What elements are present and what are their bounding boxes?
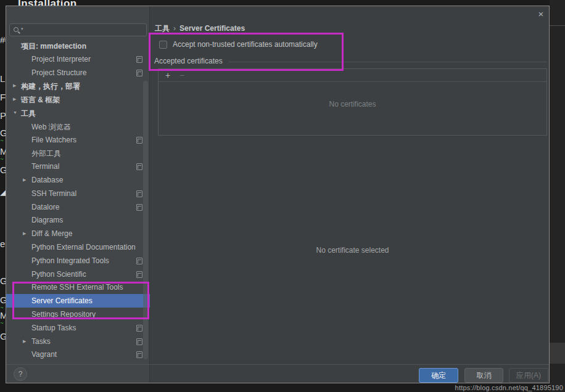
sidebar-item-label: Python Integrated Tools <box>31 256 109 265</box>
sidebar-item-build-execution-deployment[interactable]: ▶构建，执行，部署 <box>6 79 150 92</box>
background-right-block <box>550 343 565 364</box>
shared-settings-icon <box>136 163 142 170</box>
footer-divider <box>6 364 549 365</box>
shared-settings-icon <box>136 351 142 358</box>
chevron-right-icon[interactable]: ▶ <box>23 178 26 182</box>
ok-button[interactable]: 确定 <box>419 368 458 383</box>
sidebar-item-label: Project Interpreter <box>31 55 91 63</box>
sidebar-item-startup-tasks[interactable]: Startup Tasks <box>6 321 150 335</box>
shared-settings-icon <box>136 56 142 63</box>
sidebar-item-python-external-documentation[interactable]: Python External Documentation <box>6 240 150 254</box>
shared-settings-icon <box>136 190 142 197</box>
settings-sidebar: 项目: mmdetectionProject InterpreterProjec… <box>6 6 150 383</box>
sidebar-item-tasks[interactable]: ▶Tasks <box>6 335 150 348</box>
spellcheck-squiggle: ~ <box>0 155 4 165</box>
search-icon <box>14 27 19 32</box>
sidebar-item-ssh-terminal[interactable]: SSH Terminal <box>6 187 150 200</box>
sidebar-item-label: Diagrams <box>31 216 63 224</box>
sidebar-item-python-integrated-tools[interactable]: Python Integrated Tools <box>6 254 150 267</box>
breadcrumb-separator: › <box>170 24 179 33</box>
chevron-down-icon: ▾ <box>21 27 23 31</box>
sidebar-item-database[interactable]: ▶Database <box>6 173 150 187</box>
watermark-url: https://blog.csdn.net/qq_41895190 <box>455 384 563 391</box>
spellcheck-squiggle: ~ <box>0 136 4 146</box>
sidebar-item-label: 语言 & 框架 <box>21 95 60 105</box>
sidebar-item-settings-repository[interactable]: Settings Repository <box>6 308 150 321</box>
chevron-right-icon[interactable]: ▶ <box>23 339 26 344</box>
sidebar-item-label: Tasks <box>31 337 51 346</box>
breadcrumb-page: Server Certificates <box>179 24 245 33</box>
sidebar-item-datalore[interactable]: Datalore <box>6 200 150 214</box>
header-rule <box>229 62 547 62</box>
sidebar-item-project-structure[interactable]: Project Structure <box>6 66 150 80</box>
sidebar-item-label: Terminal <box>31 162 59 171</box>
sidebar-item-python-scientific[interactable]: Python Scientific <box>6 267 150 281</box>
sidebar-item-diagrams[interactable]: Diagrams <box>6 213 150 227</box>
cancel-button[interactable]: 取消 <box>464 368 503 383</box>
remove-certificate-button[interactable]: − <box>179 70 184 80</box>
sidebar-item-label: Project Structure <box>31 68 86 77</box>
spellcheck-squiggle: ~ <box>0 319 4 329</box>
certificates-list-panel: + − No certificates <box>158 68 547 136</box>
sidebar-item-vagrant[interactable]: Vagrant <box>6 348 150 361</box>
breadcrumb: 工具›Server Certificates <box>155 23 245 34</box>
sidebar-item-label: Database <box>31 176 63 184</box>
breadcrumb-section[interactable]: 工具 <box>155 24 170 33</box>
chevron-right-icon[interactable]: ▶ <box>13 97 16 102</box>
shared-settings-icon <box>136 325 142 332</box>
sidebar-item-server-certificates[interactable]: Server Certificates <box>6 294 150 308</box>
sidebar-item-external-tools[interactable]: 外部工具 <box>6 146 150 160</box>
sidebar-item-label: Python External Documentation <box>31 243 136 251</box>
sidebar-item-project-mmdetection[interactable]: 项目: mmdetection <box>6 39 150 52</box>
sidebar-item-remote-ssh-external-tools[interactable]: Remote SSH External Tools <box>6 280 150 294</box>
sidebar-item-label: Datalore <box>31 203 59 211</box>
shared-settings-icon <box>136 70 142 76</box>
accepted-certificates-label: Accepted certificates <box>154 57 223 65</box>
add-certificate-button[interactable]: + <box>165 70 170 80</box>
sidebar-item-label: Diff & Merge <box>31 229 72 238</box>
sidebar-item-project-interpreter[interactable]: Project Interpreter <box>6 52 150 66</box>
sidebar-item-label: Remote SSH External Tools <box>31 283 123 292</box>
sidebar-item-label: 构建，执行，部署 <box>21 81 80 92</box>
sidebar-item-label: Vagrant <box>31 350 57 359</box>
accept-certificates-checkbox[interactable] <box>159 41 167 49</box>
apply-button: 应用(A) <box>509 368 548 383</box>
sidebar-item-label: File Watchers <box>31 136 76 144</box>
help-button[interactable]: ? <box>14 367 27 381</box>
chevron-right-icon[interactable]: ▶ <box>23 231 26 236</box>
sidebar-item-label: SSH Terminal <box>31 189 76 198</box>
sidebar-item-label: 项目: mmdetection <box>21 41 86 52</box>
sidebar-item-tools[interactable]: ▼工具 <box>6 106 150 120</box>
sidebar-item-file-watchers[interactable]: File Watchers <box>6 133 150 147</box>
sidebar-item-label: Python Scientific <box>31 270 86 279</box>
sidebar-item-terminal[interactable]: Terminal <box>6 160 150 173</box>
sidebar-item-web-browsers[interactable]: Web 浏览器 <box>6 120 150 133</box>
shared-settings-icon <box>136 204 142 211</box>
sidebar-item-label: 外部工具 <box>31 149 61 159</box>
empty-certificates-text: No certificates <box>159 100 546 108</box>
accepted-certificates-header: Accepted certificates <box>154 57 547 65</box>
sidebar-item-label: Web 浏览器 <box>31 122 71 133</box>
chevron-down-icon[interactable]: ▼ <box>13 110 17 115</box>
settings-dialog: 设置 × 项目: mmdetectionProject InterpreterP… <box>6 6 550 383</box>
sidebar-item-label: Startup Tasks <box>31 324 76 332</box>
certificates-toolbar: + − <box>159 69 546 82</box>
sidebar-item-label: Settings Repository <box>31 310 96 319</box>
sidebar-item-diff-merge[interactable]: ▶Diff & Merge <box>6 227 150 240</box>
settings-tree: 项目: mmdetectionProject InterpreterProjec… <box>6 6 150 383</box>
sidebar-item-label: Server Certificates <box>31 296 93 305</box>
shared-settings-icon <box>136 338 142 345</box>
no-certificate-selected-text: No certificate selected <box>158 246 547 255</box>
sidebar-item-label: 工具 <box>21 108 36 119</box>
shared-settings-icon <box>136 258 142 264</box>
background-divider-line <box>550 25 565 26</box>
sidebar-item-languages-frameworks[interactable]: ▶语言 & 框架 <box>6 92 150 106</box>
sidebar-scrollbar[interactable] <box>143 81 148 359</box>
shared-settings-icon <box>136 271 142 278</box>
chevron-right-icon[interactable]: ▶ <box>13 83 16 88</box>
accept-certificates-label: Accept non-trusted certificates automati… <box>173 40 318 49</box>
background-right-strip <box>550 0 565 392</box>
search-input[interactable]: ▾ <box>9 23 147 36</box>
shared-settings-icon <box>136 137 142 144</box>
close-icon[interactable]: × <box>534 7 548 22</box>
